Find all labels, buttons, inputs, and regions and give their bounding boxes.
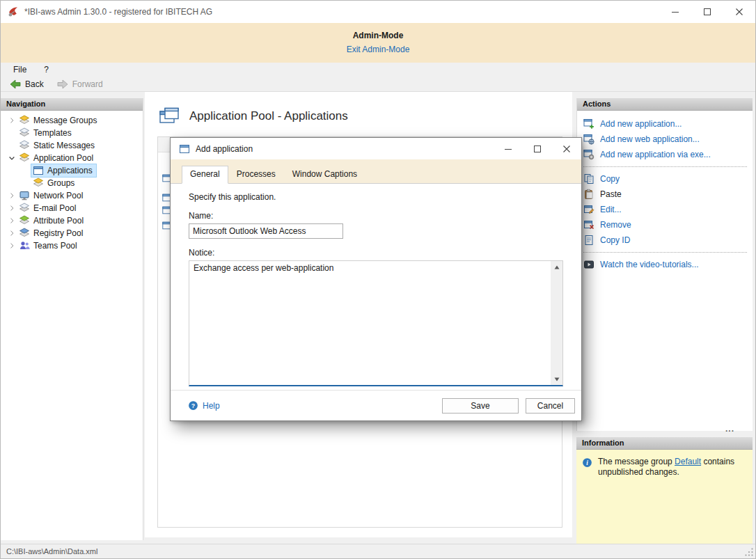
forward-arrow-icon: [56, 79, 69, 90]
action-paste[interactable]: Paste: [577, 187, 753, 202]
network-pool-icon: [19, 190, 30, 201]
action-label: Paste: [600, 189, 622, 199]
action-add-application-via-exe[interactable]: Add new application via exe...: [577, 147, 753, 162]
default-message-group-link[interactable]: Default: [675, 457, 701, 466]
close-icon: [735, 8, 743, 16]
statusbar-file-path: C:\IBI-aws\Admin\Data.xml: [6, 547, 97, 556]
action-watch-video-tutorials[interactable]: Watch the video-tutorials...: [577, 257, 753, 272]
tree-item-label: Message Groups: [33, 116, 97, 125]
tree-item-label: Teams Pool: [33, 241, 77, 251]
forward-button[interactable]: Forward: [52, 77, 107, 91]
email-pool-icon: [19, 203, 30, 214]
tree-item-message-groups[interactable]: Message Groups: [1, 114, 143, 127]
exit-admin-mode-link[interactable]: Exit Admin-Mode: [347, 45, 410, 54]
information-text-before: The message group: [598, 457, 675, 466]
action-add-new-application[interactable]: Add new application...: [577, 116, 753, 132]
menu-help[interactable]: ?: [38, 63, 55, 76]
admin-mode-title: Admin-Mode: [1, 23, 755, 40]
app-window: *IBI-aws Admin 1.30.0 - registered for I…: [0, 0, 756, 559]
tree-item-registry-pool[interactable]: Registry Pool: [1, 227, 143, 239]
navigation-header: Navigation: [1, 98, 143, 111]
registry-pool-icon: [19, 228, 30, 239]
resize-grip-icon[interactable]: [744, 547, 754, 557]
tab-processes[interactable]: Processes: [228, 166, 284, 183]
notice-field-frame: Exchange access per web-application: [189, 260, 563, 386]
application-pool-icon: [19, 152, 30, 164]
window-title: *IBI-aws Admin 1.30.0 - registered for I…: [24, 7, 212, 17]
applications-page-icon: [159, 107, 180, 125]
tab-window-captions[interactable]: Window Captions: [284, 166, 365, 183]
chevron-right-icon[interactable]: [6, 204, 17, 212]
message-groups-icon: [19, 115, 30, 126]
window-controls: [659, 1, 755, 23]
chevron-right-icon[interactable]: [6, 229, 17, 237]
chevron-right-icon[interactable]: [6, 191, 17, 200]
actions-separator: [583, 166, 747, 167]
action-edit[interactable]: Edit...: [577, 202, 753, 217]
notice-label: Notice:: [189, 248, 563, 258]
save-button[interactable]: Save: [442, 398, 519, 414]
add-web-application-icon: [583, 134, 594, 145]
close-button[interactable]: [723, 1, 755, 23]
dialog-minimize-button[interactable]: [494, 138, 523, 159]
chevron-right-icon[interactable]: [6, 242, 17, 250]
help-link[interactable]: Help: [188, 400, 220, 411]
chevron-right-icon[interactable]: [6, 116, 17, 125]
tree-item-network-pool[interactable]: Network Pool: [1, 189, 143, 202]
notice-textarea[interactable]: Exchange access per web-application: [189, 261, 551, 385]
forward-label: Forward: [72, 79, 103, 89]
help-icon: [188, 400, 198, 411]
maximize-button[interactable]: [691, 1, 723, 23]
notice-scrollbar[interactable]: [551, 261, 562, 385]
tree-item-application-pool[interactable]: Application Pool: [1, 152, 143, 164]
tree-item-label: Registry Pool: [33, 228, 83, 238]
back-arrow-icon: [9, 79, 22, 90]
chevron-down-icon[interactable]: [6, 154, 17, 162]
tab-general[interactable]: General: [182, 166, 228, 184]
tree-item-label: Static Messages: [33, 141, 95, 150]
back-button[interactable]: Back: [5, 77, 48, 91]
navigation-panel: Navigation Message Groups Templates Stat…: [1, 98, 143, 540]
add-application-icon: [583, 118, 594, 129]
tree-item-label: Groups: [47, 178, 74, 188]
status-bar: C:\IBI-aws\Admin\Data.xml: [1, 544, 755, 558]
scroll-down-arrow[interactable]: [551, 373, 562, 385]
name-label: Name:: [189, 211, 563, 221]
tree-item-label: Attribute Pool: [33, 216, 84, 226]
dialog-tabstrip: General Processes Window Captions: [171, 159, 581, 184]
actions-panel: Actions Add new application... Add new w…: [576, 98, 753, 431]
tree-item-email-pool[interactable]: E-mail Pool: [1, 202, 143, 214]
navigation-tree: Message Groups Templates Static Messages…: [1, 111, 143, 252]
tree-item-teams-pool[interactable]: Teams Pool: [1, 239, 143, 252]
action-copy-id[interactable]: Copy ID: [577, 233, 753, 248]
tree-item-static-messages[interactable]: Static Messages: [1, 139, 143, 152]
cancel-button[interactable]: Cancel: [526, 398, 575, 414]
actions-separator: [583, 252, 747, 253]
dialog-controls: [494, 138, 581, 159]
name-input[interactable]: [189, 223, 343, 239]
action-label: Edit...: [600, 205, 622, 214]
action-add-new-web-application[interactable]: Add new web application...: [577, 132, 753, 147]
action-remove[interactable]: Remove: [577, 217, 753, 233]
minimize-button[interactable]: [659, 1, 691, 23]
applications-icon: [33, 165, 44, 176]
attribute-pool-icon: [19, 215, 30, 226]
action-label: Add new web application...: [600, 134, 700, 144]
dialog-maximize-button[interactable]: [523, 138, 552, 159]
page-title: Application Pool - Applications: [189, 109, 348, 123]
tree-item-label: Applications: [47, 166, 93, 175]
tree-item-label: Templates: [33, 128, 72, 138]
menu-file[interactable]: File: [7, 63, 33, 76]
tree-item-templates[interactable]: Templates: [1, 127, 143, 139]
panel-splitter-handle[interactable]: ...: [576, 424, 753, 434]
tree-item-applications[interactable]: Applications: [1, 164, 143, 177]
chevron-right-icon[interactable]: [6, 216, 17, 225]
scroll-up-arrow[interactable]: [551, 261, 562, 273]
tree-item-groups[interactable]: Groups: [1, 177, 143, 189]
tree-item-attribute-pool[interactable]: Attribute Pool: [1, 214, 143, 227]
menu-bar: File ?: [1, 63, 755, 77]
back-label: Back: [25, 79, 44, 89]
action-label: Add new application...: [600, 119, 682, 129]
dialog-close-button[interactable]: [552, 138, 581, 159]
action-copy[interactable]: Copy: [577, 171, 753, 187]
